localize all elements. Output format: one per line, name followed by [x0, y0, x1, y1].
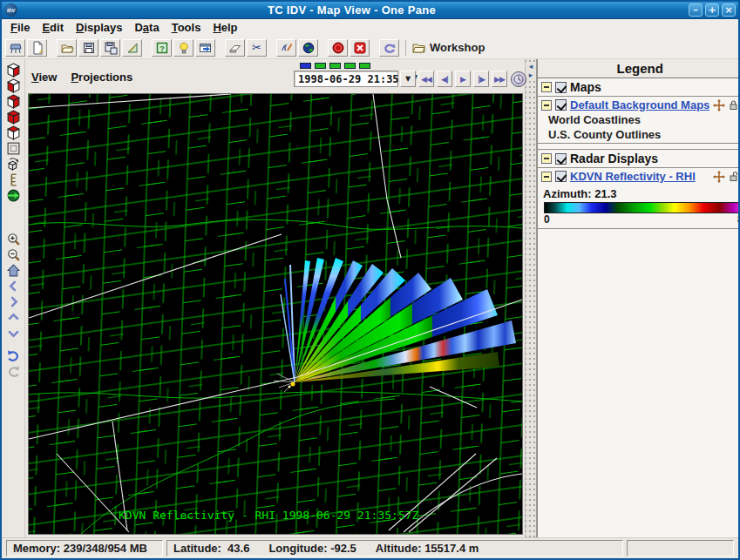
remove-data-button[interactable]: ✂: [247, 39, 267, 57]
rotate-view-button[interactable]: [5, 156, 22, 172]
collapse-radar-item-button[interactable]: [541, 172, 552, 182]
drafting-table-icon: [9, 41, 23, 55]
view-toolbar: [2, 59, 25, 537]
panel-splitter[interactable]: ◂ ▸: [525, 59, 537, 537]
play-button[interactable]: ▶: [455, 71, 471, 87]
time-value-field[interactable]: 1998-06-29 21:35:57Z: [294, 71, 398, 87]
clock-icon: [513, 74, 524, 84]
zoom-in-button[interactable]: [5, 231, 22, 246]
zoom-out-button[interactable]: [5, 246, 22, 262]
time-step-2[interactable]: [315, 63, 326, 69]
map-display: KDVN Reflectivity - RHI 1998-06-29 21:35…: [29, 94, 522, 534]
new-display-window-button[interactable]: [27, 39, 47, 57]
save-as-button[interactable]: [100, 39, 120, 57]
select-region-button[interactable]: [5, 140, 22, 156]
title-bar[interactable]: IDV TC IDV - Map View - One Pane – + ×: [2, 2, 738, 19]
perspective-all-button[interactable]: [5, 109, 22, 125]
perspective-front-button[interactable]: [5, 93, 22, 109]
cancel-loads-button[interactable]: [328, 39, 348, 57]
move-display-icon[interactable]: [713, 171, 725, 183]
redo-button[interactable]: [5, 363, 22, 379]
save-bundle-button[interactable]: [78, 39, 98, 57]
open-bundle-button[interactable]: [57, 39, 77, 57]
maximize-button[interactable]: +: [705, 3, 719, 17]
collapse-right-icon[interactable]: ▸: [526, 71, 536, 79]
auto-rotate-button[interactable]: [5, 187, 22, 203]
drawing-control-button[interactable]: [276, 39, 296, 57]
close-button[interactable]: ×: [722, 3, 736, 17]
lock-closed-icon[interactable]: [729, 99, 738, 111]
cube-corner-icon: [6, 125, 21, 140]
show-dashboard-button[interactable]: [5, 39, 25, 57]
undo-button[interactable]: [5, 347, 22, 363]
workshop-item[interactable]: Workshop: [412, 41, 485, 54]
colorbar-labels: 0 80: [544, 213, 740, 226]
minimize-button[interactable]: –: [689, 3, 703, 17]
radar-section-header: Radar Displays: [538, 149, 740, 168]
time-dropdown-button[interactable]: ▼: [400, 71, 416, 87]
radar-item-row: KDVN Reflectivity - RHI: [538, 168, 740, 185]
reflectivity-colorbar[interactable]: [544, 202, 740, 213]
cube-front-icon: [6, 94, 21, 109]
idv-window: IDV TC IDV - Map View - One Pane – + × F…: [0, 0, 740, 560]
perspective-corner-button[interactable]: [5, 125, 22, 140]
menu-displays[interactable]: Displays: [71, 20, 130, 36]
menu-file[interactable]: File: [6, 20, 37, 36]
move-display-icon[interactable]: [713, 99, 725, 111]
redo-arrow-icon: [6, 364, 21, 379]
menu-tools[interactable]: Tools: [167, 20, 209, 36]
pan-left-button[interactable]: [5, 278, 22, 293]
menu-view[interactable]: View: [31, 71, 57, 84]
collapse-radar-button[interactable]: [541, 153, 552, 164]
chevron-up-icon: [6, 310, 21, 325]
support-form-button[interactable]: [379, 39, 399, 57]
window-title: TC IDV - Map View - One Pane: [17, 3, 686, 17]
vertical-scale-button[interactable]: [5, 172, 22, 187]
default-background-maps-link[interactable]: Default Background Maps: [570, 98, 709, 111]
time-step-5[interactable]: [359, 63, 370, 69]
collapse-left-icon[interactable]: ◂: [526, 62, 536, 71]
step-forward-button[interactable]: |▶: [473, 71, 489, 87]
us-county-outlines-label[interactable]: U.S. County Outlines: [538, 128, 740, 143]
lock-open-icon[interactable]: [729, 171, 738, 182]
home-view-button[interactable]: [5, 262, 22, 278]
perspective-side-button[interactable]: [5, 78, 22, 93]
menu-edit[interactable]: Edit: [37, 20, 71, 36]
data-chooser-button[interactable]: ?: [152, 39, 172, 57]
animation-properties-button[interactable]: [511, 71, 526, 87]
time-step-1[interactable]: [300, 63, 311, 69]
display-window-button[interactable]: [195, 39, 215, 57]
exit-button[interactable]: [350, 39, 370, 57]
time-step-4[interactable]: [344, 63, 356, 69]
field-selector-button[interactable]: [173, 39, 193, 57]
kdvn-reflectivity-link[interactable]: KDVN Reflectivity - RHI: [570, 170, 709, 183]
menu-projections[interactable]: Projections: [71, 71, 132, 84]
radar-item-checkbox[interactable]: [555, 171, 567, 182]
svg-text:?: ?: [160, 44, 165, 52]
go-to-first-button[interactable]: ◀◀: [418, 71, 434, 87]
legend-panel: Legend Maps Default Background Maps Worl…: [537, 59, 740, 537]
chevron-left-icon: [6, 279, 21, 293]
pan-right-button[interactable]: [5, 293, 22, 309]
world-coastlines-label[interactable]: World Coastlines: [538, 113, 740, 128]
menu-help[interactable]: Help: [208, 20, 245, 36]
perspective-top-button[interactable]: [5, 62, 22, 78]
globe-icon: [302, 41, 316, 55]
maps-visibility-checkbox[interactable]: [555, 82, 567, 93]
collapse-maps-button[interactable]: [541, 82, 552, 92]
pan-down-button[interactable]: [5, 325, 22, 341]
zoom-out-icon: [6, 247, 21, 262]
radar-visibility-checkbox[interactable]: [555, 153, 567, 165]
step-back-button[interactable]: ◀|: [437, 71, 452, 87]
menu-data[interactable]: Data: [130, 20, 166, 36]
maps-item-checkbox[interactable]: [555, 99, 567, 111]
globe-projection-button[interactable]: [298, 39, 318, 57]
remove-displays-button[interactable]: [225, 39, 245, 57]
publish-button[interactable]: [122, 39, 142, 57]
collapse-maps-item-button[interactable]: [541, 100, 552, 111]
map-canvas[interactable]: KDVN Reflectivity - RHI 1998-06-29 21:35…: [28, 93, 523, 535]
open-folder-icon: [60, 41, 74, 55]
pan-up-button[interactable]: [5, 309, 22, 325]
go-to-last-button[interactable]: ▶▶: [492, 71, 507, 87]
time-step-3[interactable]: [329, 63, 341, 69]
